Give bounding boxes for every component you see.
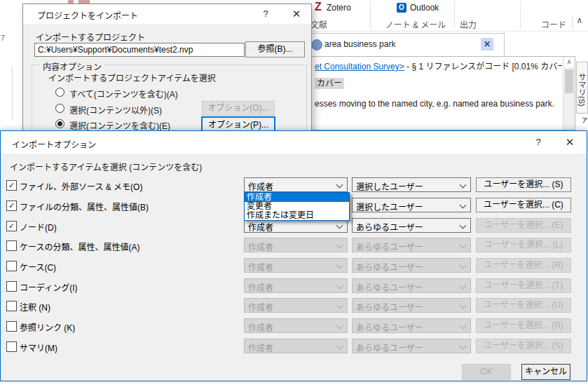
combo-value: 作成者 <box>248 180 334 192</box>
combo-value: 作成者 <box>248 221 334 233</box>
user-combo[interactable]: 選択したユーザー <box>352 198 471 212</box>
row-label: サマリ(M) <box>20 341 57 353</box>
checkbox-files[interactable] <box>6 180 17 191</box>
user-combo: あらゆるユーザー <box>352 298 471 313</box>
dialog-titlebar[interactable]: インポートオプション ? ✕ <box>1 131 587 154</box>
scroll-up-icon[interactable]: ∧ <box>563 57 575 67</box>
chevron-down-icon <box>460 262 467 269</box>
chevron-down-icon <box>336 242 343 249</box>
document-line-1: et Consultation Survey> - § 1 リファレンスがコード… <box>315 60 562 72</box>
ribbon-separator <box>370 1 371 29</box>
select-users-button: ユーザーを選択... (R) <box>476 258 571 273</box>
dropdown-option[interactable]: 作成または変更日 <box>245 211 349 220</box>
import-project-dialog: プロジェクトをインポート ? ✕ インポートするプロジェクト 参照(B)... … <box>22 4 312 133</box>
document-line-2: カバー <box>315 76 344 88</box>
help-icon[interactable]: ? <box>258 8 273 19</box>
zotero-icon: Z <box>315 1 322 13</box>
dropdown-option[interactable]: 変更者 <box>245 202 349 211</box>
row-label: 注釈 (N) <box>20 301 50 313</box>
radio-selected-no-content[interactable] <box>55 104 64 113</box>
checkbox-nodes[interactable] <box>6 221 17 231</box>
app-window: Z Zotero O Outlook 文献 ノート & メール 出力 コード ∧… <box>0 0 588 387</box>
dialog-titlebar[interactable]: プロジェクトをインポート ? ✕ <box>23 4 311 24</box>
by-combo: 作成者 <box>244 339 348 353</box>
select-users-button: ユーザーを選択... (U) <box>476 298 571 313</box>
user-combo: あらゆるユーザー <box>352 238 471 252</box>
user-combo[interactable]: 選択したユーザー <box>352 177 471 192</box>
by-combo-dropdown-list[interactable]: 作成者 変更者 作成または変更日 <box>244 192 350 221</box>
chevron-down-icon <box>460 242 467 249</box>
close-icon[interactable]: ✕ <box>561 136 578 149</box>
browse-button[interactable]: 参照(B)... <box>245 41 305 57</box>
document-line-3: esses moving to the named city, e.g. nam… <box>315 99 554 109</box>
radio-selected-with-content[interactable] <box>55 119 64 128</box>
row-label: ファイル、外部ソース & メモ(O) <box>20 180 142 192</box>
chevron-down-icon <box>336 182 343 189</box>
chevron-down-icon <box>336 343 343 350</box>
project-field-label: インポートするプロジェクト <box>36 31 145 43</box>
scrollbar-thumb[interactable] <box>565 69 573 93</box>
ribbon-collapse-icon[interactable]: ∧ <box>572 15 587 29</box>
user-combo[interactable]: あらゆるユーザー <box>352 218 471 233</box>
chevron-down-icon <box>336 283 343 290</box>
select-users-button[interactable]: ユーザーを選択... (S) <box>476 177 571 192</box>
by-combo: 作成者 <box>244 298 348 313</box>
select-items-subtitle: インポートするアイテムを選択 (コンテンツを含む) <box>10 161 202 172</box>
document-scrollbar[interactable]: ∧ <box>563 57 575 130</box>
radio-all-content[interactable] <box>55 88 64 97</box>
combo-value: 作成者 <box>248 261 334 273</box>
user-combo: あらゆるユーザー <box>352 278 471 293</box>
side-tab-summary[interactable]: サマリ(S) <box>576 62 588 114</box>
checkbox-annotations[interactable] <box>6 301 17 311</box>
select-users-button[interactable]: ユーザーを選択... (C) <box>476 198 571 212</box>
user-combo: あらゆるユーザー <box>352 339 471 353</box>
select-users-button: ユーザーを選択... (L) <box>476 238 571 252</box>
combo-value: 作成者 <box>248 240 334 252</box>
ribbon-divider <box>307 31 588 32</box>
chevron-down-icon <box>460 222 467 229</box>
side-tab-reference[interactable]: リファ <box>577 116 588 132</box>
chevron-down-icon <box>460 182 467 189</box>
checkbox-coding[interactable] <box>6 281 17 292</box>
by-combo[interactable]: 作成者 <box>244 177 348 192</box>
select-users-button: ユーザーを選択... (E) <box>476 218 571 233</box>
project-path-input[interactable] <box>34 43 245 57</box>
combo-value: あらゆるユーザー <box>356 341 458 353</box>
dropdown-option-selected[interactable]: 作成者 <box>245 193 349 202</box>
dialog-title: プロジェクトをインポート <box>37 9 138 21</box>
radio-all-content-label: すべて(コンテンツを含む)(A) <box>69 88 178 100</box>
ok-button: OK <box>462 364 511 380</box>
background-fragment: 7 <box>1 34 5 42</box>
close-icon[interactable]: ✕ <box>288 8 305 20</box>
document-tab[interactable]: area business park ✕ <box>307 33 505 56</box>
checkbox-cases[interactable] <box>6 261 17 271</box>
row-label: ノード(D) <box>20 221 57 233</box>
ribbon-group-export: 出力 <box>449 18 488 30</box>
by-combo: 作成者 <box>244 278 348 293</box>
ribbon-group-code: コード <box>541 18 568 30</box>
outlook-button[interactable]: Outlook <box>410 3 439 13</box>
by-combo: 作成者 <box>244 318 348 333</box>
tab-close-icon[interactable]: ✕ <box>481 38 493 50</box>
help-icon[interactable]: ? <box>531 137 546 147</box>
dialog-title: インポートオプション <box>12 138 96 150</box>
row-label: ファイルの分類、属性、属性値(B) <box>20 201 149 212</box>
survey-link[interactable]: et Consultation Survey> <box>315 62 404 72</box>
chevron-down-icon <box>336 302 343 309</box>
combo-value: 選択したユーザー <box>356 180 458 192</box>
document-tab-title: area business park <box>324 39 395 49</box>
document-code-icon <box>311 39 322 50</box>
checkbox-file-classifications[interactable] <box>6 201 17 211</box>
checkbox-case-classifications[interactable] <box>6 240 17 251</box>
checkbox-see-also-links[interactable] <box>6 321 17 332</box>
chevron-down-icon <box>336 322 343 330</box>
combo-value: 作成者 <box>248 301 334 313</box>
cancel-button[interactable]: キャンセル <box>521 364 570 380</box>
chevron-down-icon <box>460 202 467 209</box>
zotero-button[interactable]: Zotero <box>327 3 351 13</box>
select-users-button: ユーザーを選択... (T) <box>476 278 571 293</box>
chevron-down-icon <box>336 222 343 229</box>
import-options-dialog: インポートオプション ? ✕ インポートするアイテムを選択 (コンテンツを含む)… <box>0 130 587 381</box>
highlighted-text: カバー <box>315 78 344 89</box>
checkbox-summaries[interactable] <box>6 341 17 352</box>
